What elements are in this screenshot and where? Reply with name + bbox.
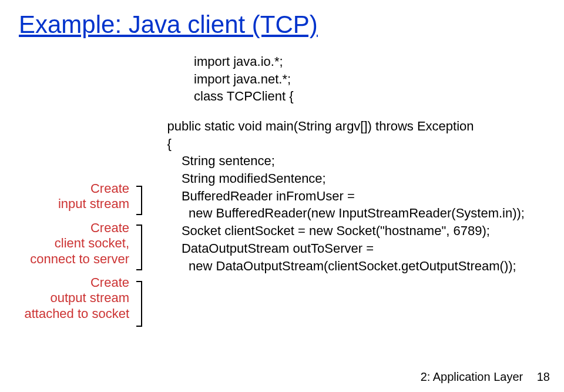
annotation-text: client socket,: [0, 236, 129, 251]
code-line: new BufferedReader(new InputStreamReader…: [153, 205, 525, 222]
footer-label: 2: Application Layer: [421, 370, 523, 383]
bracket-icon: [136, 281, 142, 327]
code-line: String sentence;: [153, 152, 525, 170]
bracket-icon: [136, 186, 142, 215]
bracket-icon: [136, 225, 142, 270]
class-decl-line: class TCPClient {: [194, 88, 294, 105]
code-line: public static void main(String argv[]) t…: [153, 118, 525, 135]
import-line-2: import java.net.*;: [194, 71, 294, 88]
annotation-text: attached to socket: [0, 306, 129, 321]
page-number: 18: [537, 370, 550, 383]
annotation-column: Create input stream Create client socket…: [0, 181, 135, 330]
annotation-text: output stream: [0, 290, 129, 306]
annotation-text: Create: [0, 181, 129, 196]
code-line: BufferedReader inFromUser =: [153, 187, 525, 205]
code-line: String modifiedSentence;: [153, 170, 525, 187]
slide-title: Example: Java client (TCP): [0, 0, 564, 39]
annotation-output-stream: Create output stream attached to socket: [0, 275, 135, 321]
annotation-client-socket: Create client socket, connect to server: [0, 220, 135, 267]
annotation-input-stream: Create input stream: [0, 181, 135, 212]
code-line: Socket clientSocket = new Socket("hostna…: [153, 222, 525, 240]
code-body-block: public static void main(String argv[]) t…: [153, 118, 525, 274]
annotation-text: connect to server: [0, 252, 129, 267]
code-header-block: import java.io.*; import java.net.*; cla…: [194, 53, 294, 105]
annotation-text: Create: [0, 275, 129, 290]
annotation-text: input stream: [0, 196, 129, 212]
code-line: {: [153, 135, 525, 153]
import-line-1: import java.io.*;: [194, 53, 294, 71]
annotation-text: Create: [0, 220, 129, 236]
slide-footer: 2: Application Layer 18: [421, 370, 550, 384]
code-line: DataOutputStream outToServer =: [153, 240, 525, 257]
code-line: new DataOutputStream(clientSocket.getOut…: [153, 257, 525, 275]
